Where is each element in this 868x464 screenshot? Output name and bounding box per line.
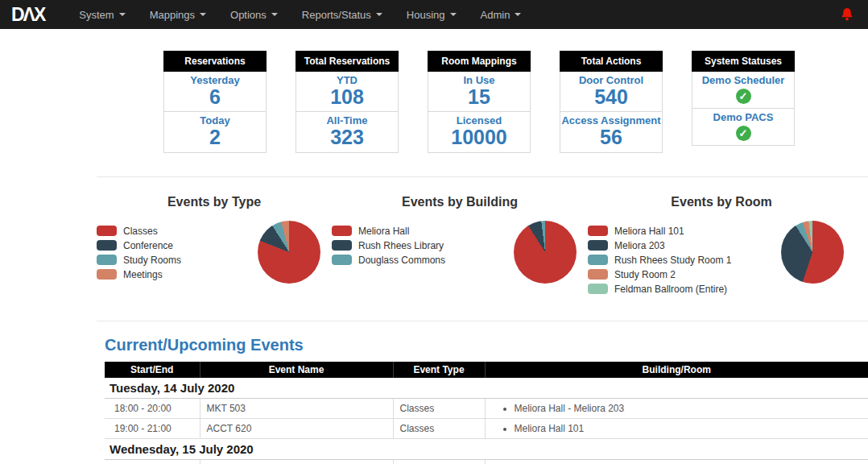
stat-card-room-mappings: Room MappingsIn Use15Licensed10000 [428, 51, 531, 153]
event-time: 18:00 - 20:00 [105, 398, 200, 418]
stat-card-system-statuses: System StatusesDemo Scheduler✓Demo PACS✓ [692, 51, 795, 153]
nav-item-label: Mappings [150, 9, 195, 21]
pie-chart [781, 221, 844, 284]
event-date-row: Tuesday, 14 July 2020 [105, 378, 868, 399]
legend-item[interactable]: Rush Rhees Library [332, 240, 445, 251]
event-time: 10:00 - 11:00 [105, 459, 200, 464]
event-rooms: Meliora Hall - Meliora 203 [485, 398, 868, 418]
events-section-title: Current/Upcoming Events [105, 336, 868, 354]
legend-label: Meliora 203 [614, 240, 665, 251]
nav-item-reports-status[interactable]: Reports/Status [290, 0, 395, 29]
event-date: Tuesday, 14 July 2020 [105, 378, 868, 399]
chevron-down-icon [450, 13, 457, 16]
top-navbar: DΛX SystemMappingsOptionsReports/StatusH… [0, 0, 868, 29]
event-rooms: Meliora Hall 101 [485, 418, 868, 438]
events-col-header: Event Type [393, 362, 485, 378]
event-type: Classes [393, 398, 485, 418]
section-divider [97, 321, 868, 321]
legend-item[interactable]: Meetings [97, 269, 181, 280]
events-col-header: Event Name [200, 362, 393, 378]
nav-item-options[interactable]: Options [218, 0, 290, 29]
app-logo[interactable]: DΛX [11, 4, 44, 26]
events-col-header: Building/Room [485, 362, 868, 378]
events-section: Current/Upcoming Events Start/EndEvent N… [105, 336, 868, 464]
events-table-header-row: Start/EndEvent NameEvent TypeBuilding/Ro… [105, 362, 868, 378]
charts-row: Events by TypeClassesConferenceStudy Roo… [97, 195, 868, 295]
stat-label: Demo Scheduler [692, 74, 794, 86]
event-name: BIO 108 [200, 459, 393, 464]
legend-item[interactable]: Classes [97, 226, 181, 237]
legend-chip [588, 226, 608, 236]
status-ok-check-icon: ✓ [736, 89, 751, 104]
legend-label: Conference [123, 240, 173, 251]
chevron-down-icon [515, 13, 521, 16]
stat-label: In Use [428, 74, 530, 86]
legend-item[interactable]: Rush Rhees Study Room 1 [588, 255, 731, 266]
events-table-body: Tuesday, 14 July 202018:00 - 20:00MKT 50… [105, 378, 868, 464]
nav-item-label: Options [230, 9, 267, 21]
event-date-row: Wednesday, 15 July 2020 [105, 438, 868, 459]
stat-cell: Licensed10000 [428, 112, 531, 152]
stat-value: 10000 [428, 126, 530, 147]
legend-chip [588, 240, 608, 251]
chevron-down-icon [200, 13, 206, 16]
nav-item-system[interactable]: System [67, 0, 137, 29]
nav-item-label: Housing [407, 9, 445, 21]
legend-chip [332, 255, 352, 265]
nav-item-admin[interactable]: Admin [469, 0, 534, 29]
stat-label: All-Time [296, 114, 398, 126]
stat-card-title: Room Mappings [428, 51, 531, 72]
legend-item[interactable]: Meliora Hall [332, 226, 445, 237]
nav-item-housing[interactable]: Housing [395, 0, 469, 29]
stat-card-title: Total Reservations [296, 51, 399, 72]
chart-events-by-room: Events by RoomMeliora Hall 101Meliora 20… [588, 195, 855, 295]
legend-item[interactable]: Douglass Commons [332, 255, 445, 266]
legend-item[interactable]: Study Room 2 [588, 269, 731, 280]
stat-label: Today [164, 114, 266, 126]
stat-value: 108 [296, 86, 398, 107]
legend-label: Study Rooms [123, 255, 181, 266]
legend-label: Rush Rhees Library [358, 240, 444, 251]
event-rooms: Meliora Hall 101 [485, 459, 868, 464]
stat-cell: Access Assignment56 [560, 112, 663, 152]
stat-card-total-reservations: Total ReservationsYTD108All-Time323 [296, 51, 399, 153]
legend-item[interactable]: Feldman Ballroom (Entire) [588, 284, 731, 295]
nav-item-label: Admin [481, 9, 510, 21]
stat-value: 323 [296, 126, 398, 147]
event-row: 18:00 - 20:00MKT 503ClassesMeliora Hall … [105, 398, 868, 418]
stat-value: 15 [428, 86, 530, 107]
event-type: Classes [393, 418, 485, 438]
events-table: Start/EndEvent NameEvent TypeBuilding/Ro… [105, 362, 868, 464]
nav-item-label: Reports/Status [302, 9, 371, 21]
chart-events-by-type: Events by TypeClassesConferenceStudy Roo… [97, 195, 332, 295]
pie-chart [258, 221, 320, 284]
event-row: 10:00 - 11:00BIO 108ClassesMeliora Hall … [105, 459, 868, 464]
legend-chip [332, 226, 352, 236]
alert-bell-icon[interactable] [841, 7, 854, 22]
status-ok-check-icon: ✓ [736, 126, 751, 141]
stat-cell: Door Control540 [560, 72, 663, 112]
stat-cell: YTD108 [296, 72, 399, 112]
legend-label: Meliora Hall [358, 226, 409, 237]
legend-item[interactable]: Study Rooms [97, 255, 181, 266]
stat-card-title: Reservations [163, 51, 267, 72]
stat-cell: Today2 [163, 112, 267, 152]
stat-value: 540 [560, 86, 662, 107]
legend-item[interactable]: Conference [97, 240, 181, 251]
legend-label: Rush Rhees Study Room 1 [614, 255, 731, 266]
legend-chip [97, 269, 117, 280]
event-type: Classes [393, 459, 485, 464]
stat-label: YTD [296, 74, 398, 86]
event-row: 19:00 - 21:00ACCT 620ClassesMeliora Hall… [105, 418, 868, 438]
legend-label: Meliora Hall 101 [614, 226, 684, 237]
chart-title: Events by Type [97, 195, 332, 209]
chevron-down-icon [376, 13, 382, 16]
legend-label: Feldman Ballroom (Entire) [614, 284, 727, 295]
legend-item[interactable]: Meliora 203 [588, 240, 731, 251]
stat-label: Door Control [560, 74, 662, 86]
stat-cards-row: ReservationsYesterday6Today2Total Reserv… [0, 51, 868, 153]
chevron-down-icon [271, 13, 278, 16]
nav-item-mappings[interactable]: Mappings [138, 0, 218, 29]
legend-item[interactable]: Meliora Hall 101 [588, 226, 731, 237]
chart-legend: Meliora HallRush Rhees LibraryDouglass C… [332, 221, 445, 266]
